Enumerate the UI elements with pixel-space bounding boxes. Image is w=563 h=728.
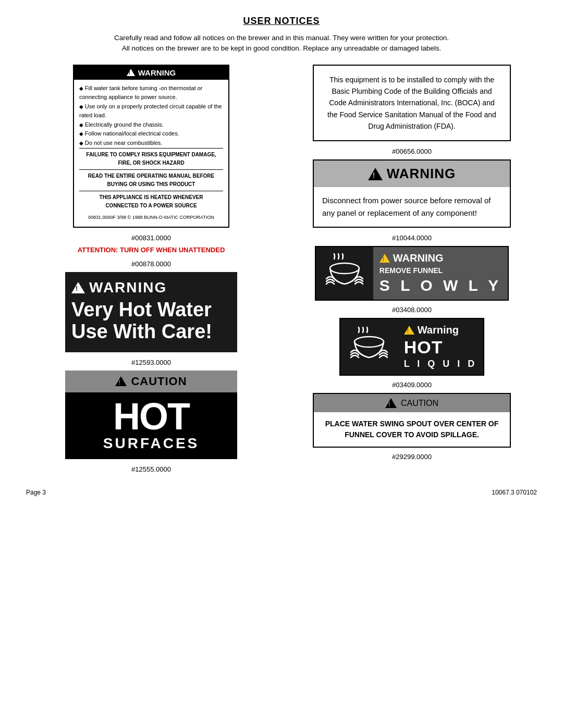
warning-disconnect-header: WARNING — [314, 161, 510, 187]
caution-place-water-box: CAUTION PLACE WATER SWING SPOUT OVER CEN… — [313, 393, 511, 448]
attention-text: ATTENTION: TURN OFF WHEN UNATTENDED — [78, 246, 225, 254]
warning-bullet-4: Follow national/local electrical codes. — [79, 129, 223, 139]
liquid-warning-label: Warning — [418, 324, 459, 336]
warning-disconnect-label: WARNING — [387, 166, 456, 182]
warning-small-header: WARNING — [74, 66, 228, 80]
hot-water-main-text: Very Hot Water Use With Care! — [71, 299, 231, 343]
caution-hot-surfaces-part-num: #12555.0000 — [131, 465, 171, 473]
caution-label: CAUTION — [131, 375, 187, 388]
caution-place-water-body: PLACE WATER SWING SPOUT OVER CENTER OF F… — [314, 412, 510, 447]
liquid-right-panel: Warning HOT L I Q U I D — [398, 319, 484, 375]
caution-triangle-icon — [115, 376, 127, 386]
warning-funnel-box: WARNING REMOVE FUNNEL S L O W L Y — [315, 246, 509, 301]
slowly-text: S L O W L Y — [380, 277, 501, 294]
boca-text: This equipment is to be installed to com… — [327, 76, 496, 131]
hot-liquid-section: Warning HOT L I Q U I D #03409.0000 — [339, 318, 485, 389]
funnel-right-panel: WARNING REMOVE FUNNEL S L O W L Y — [373, 247, 508, 300]
warning-triangle-icon — [127, 69, 135, 76]
liquid-triangle-icon — [404, 326, 414, 335]
warning-disconnect-body: Disconnect from power source before remo… — [314, 187, 510, 227]
warning-hot-liquid-box: Warning HOT L I Q U I D — [339, 318, 485, 376]
warning-divider-3: THIS APPLIANCE IS HEATED WHENEVER CONNEC… — [79, 191, 223, 212]
hot-water-warning-text: WARNING — [89, 279, 167, 296]
liquid-warning-header: Warning — [404, 324, 478, 336]
funnel-triangle-icon — [380, 254, 390, 263]
hot-water-part-num: #12593.0000 — [131, 359, 171, 366]
warning-small-part-num: #00831.0000 — [131, 234, 171, 242]
funnel-part-num: #03408.0000 — [392, 306, 432, 314]
page-title: USER NOTICES — [26, 16, 537, 27]
liquid-label-text: L I Q U I D — [404, 359, 478, 369]
warning-disconnect-part-num: #10044.0000 — [392, 234, 432, 242]
warning-disconnect-box: WARNING Disconnect from power source bef… — [313, 159, 511, 228]
warning-bullet-1: Fill water tank before turning -on therm… — [79, 84, 223, 102]
caution-place-water-header: CAUTION — [314, 394, 510, 412]
attention-part-num: #00878.0000 — [131, 260, 171, 268]
hot-liquid-part-num: #03409.0000 — [392, 381, 432, 389]
warning-bullet-2: Use only on a properly protected circuit… — [79, 102, 223, 120]
funnel-icon-area — [316, 247, 373, 300]
caution-hot-surfaces-box: CAUTION HOT SURFACES — [65, 371, 237, 459]
caution-place-label: CAUTION — [401, 399, 438, 408]
surfaces-label: SURFACES — [72, 435, 230, 452]
hot-liquid-big-text: HOT — [404, 337, 478, 357]
hot-water-triangle-icon — [71, 282, 85, 293]
funnel-steam-icon — [324, 253, 365, 294]
svg-point-0 — [330, 263, 359, 274]
remove-funnel-text: REMOVE FUNNEL — [380, 266, 501, 275]
boca-part-num: #00656.0000 — [392, 147, 432, 155]
warning-divider-4: 00831.0000F 3/98 © 1988 BUNN-O-MATIC COR… — [79, 212, 223, 223]
footer-page-label: Page 3 — [26, 489, 46, 496]
intro-text: Carefully read and follow all notices on… — [26, 33, 537, 54]
footer-doc-num: 10067.3 070102 — [492, 489, 537, 496]
warning-small-body: Fill water tank before turning -on therm… — [74, 80, 228, 227]
caution-place-water-section: CAUTION PLACE WATER SWING SPOUT OVER CEN… — [313, 393, 511, 461]
funnel-section: WARNING REMOVE FUNNEL S L O W L Y #03408… — [315, 246, 509, 314]
caution-place-triangle-icon — [385, 398, 397, 408]
footer: Page 3 10067.3 070102 — [26, 489, 537, 496]
warning-small-box: WARNING Fill water tank before turning -… — [73, 65, 229, 228]
hot-big-text: HOT — [72, 398, 230, 435]
caution-hot-surfaces-body: HOT SURFACES — [65, 392, 237, 459]
svg-point-1 — [354, 337, 384, 347]
hot-water-label: WARNING Very Hot Water Use With Care! — [65, 272, 237, 352]
funnel-warning-header: WARNING — [380, 252, 501, 264]
liquid-icon-area — [340, 319, 398, 375]
caution-hot-surfaces-header: CAUTION — [65, 371, 237, 392]
boca-box: This equipment is to be installed to com… — [313, 65, 511, 142]
warning-divider-2: READ THE ENTIRE OPERATING MANUAL BEFORE … — [79, 169, 223, 191]
warning-disconnect-triangle-icon — [368, 168, 383, 180]
hot-water-warning-header: WARNING — [71, 279, 231, 296]
liquid-steam-icon — [348, 326, 390, 368]
funnel-warning-label: WARNING — [393, 252, 444, 264]
warning-bullet-5: Do not use near combustibles. — [79, 139, 223, 148]
caution-place-water-part-num: #29299.0000 — [392, 453, 432, 461]
warning-divider-1: FAILURE TO COMPLY RISKS EQUIPMENT DAMAGE… — [79, 148, 223, 169]
warning-bullet-3: Electrically ground the chassis. — [79, 120, 223, 130]
